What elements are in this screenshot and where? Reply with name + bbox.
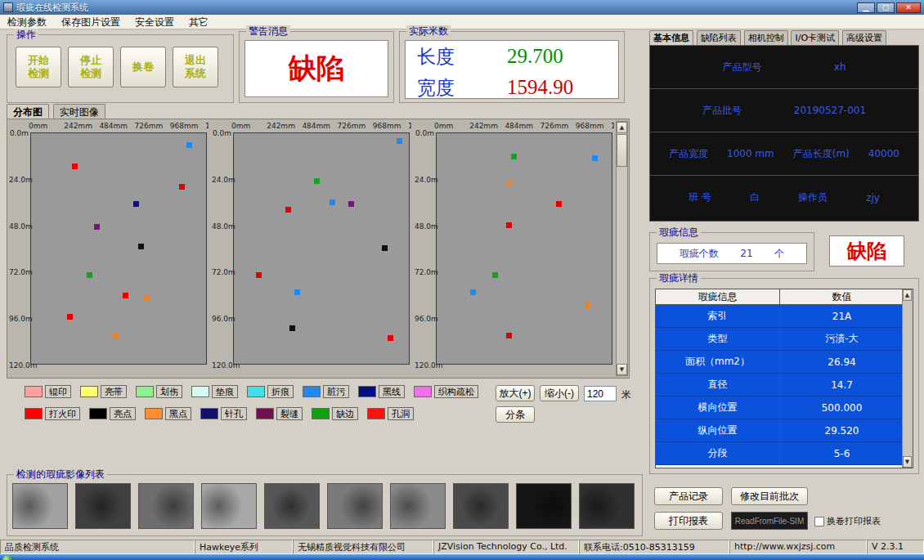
tab-basic-info[interactable]: 基本信息: [649, 30, 693, 45]
defect-point[interactable]: [289, 325, 295, 331]
defect-point[interactable]: [330, 199, 335, 205]
defect-point[interactable]: [382, 245, 388, 251]
legend-color-swatch: [25, 408, 43, 419]
defect-point[interactable]: [138, 244, 144, 249]
defect-point[interactable]: [294, 289, 300, 295]
minimize-button[interactable]: ▁: [857, 2, 875, 13]
defect-thumbnail[interactable]: [138, 483, 194, 529]
table-row[interactable]: 分段5-6: [656, 442, 913, 465]
scroll-up-icon[interactable]: ▲: [617, 122, 627, 133]
defect-point[interactable]: [94, 224, 100, 230]
defect-point[interactable]: [144, 295, 150, 301]
defect-point[interactable]: [511, 154, 517, 159]
scroll-down-icon[interactable]: ▼: [903, 456, 912, 468]
defect-thumbnail[interactable]: [264, 483, 320, 529]
reprint-checkbox[interactable]: [814, 517, 824, 526]
table-row[interactable]: 面积（mm2）26.94: [656, 351, 913, 374]
legend-item: 黑线: [358, 385, 405, 398]
tab-io-card-test[interactable]: I/O卡测试: [791, 30, 839, 45]
scroll-down-icon[interactable]: ▼: [617, 364, 627, 375]
maximize-button[interactable]: ▢: [877, 2, 895, 13]
defect-point[interactable]: [556, 201, 562, 207]
defect-point[interactable]: [592, 155, 598, 161]
table-row[interactable]: 索引21A: [656, 305, 913, 328]
table-scrollbar[interactable]: ▲ ▼: [902, 289, 913, 468]
distribution-chart-area: 0mm242mm484mm726mm968mm1210mm 0.0m24.0m4…: [7, 119, 630, 379]
defect-point[interactable]: [186, 142, 192, 148]
defect-thumbnail[interactable]: [201, 483, 257, 529]
defect-point[interactable]: [585, 302, 590, 308]
table-row[interactable]: 直径14.7: [656, 374, 913, 396]
defect-point[interactable]: [470, 289, 476, 295]
defect-point[interactable]: [506, 333, 512, 338]
defect-thumbnail[interactable]: [327, 483, 383, 529]
defect-point[interactable]: [87, 272, 92, 278]
start-orb-icon[interactable]: [2, 555, 12, 560]
table-row[interactable]: 类型污渍-大: [656, 328, 913, 351]
product-record-button[interactable]: 产品记录: [654, 487, 723, 505]
defect-point[interactable]: [492, 272, 498, 278]
read-from-file-button[interactable]: ReadFromFile-SIM: [731, 512, 808, 530]
defect-point[interactable]: [285, 207, 291, 213]
defect-thumbnail[interactable]: [453, 483, 509, 529]
defect-point[interactable]: [348, 201, 354, 207]
print-report-button[interactable]: 打印报表: [654, 512, 723, 530]
defect-point[interactable]: [123, 293, 128, 298]
tab-camera-control[interactable]: 相机控制: [744, 30, 788, 45]
windows-taskbar[interactable]: [0, 554, 924, 560]
table-row[interactable]: 横向位置500.000: [656, 396, 913, 419]
defect-thumbnail[interactable]: [579, 483, 635, 529]
defect-point[interactable]: [133, 201, 139, 207]
defect-thumbnail[interactable]: [516, 483, 572, 529]
legend-item: 织构疏松: [414, 385, 478, 398]
status-website: http://www.wxjzsj.com: [729, 540, 867, 554]
defect-scatter-plot[interactable]: [30, 132, 207, 365]
defect-point[interactable]: [314, 178, 320, 184]
defect-point[interactable]: [256, 272, 262, 278]
chart-vertical-scrollbar[interactable]: ▲ ▼: [616, 121, 628, 376]
defect-thumbnail[interactable]: [390, 483, 446, 529]
tab-advanced-settings[interactable]: 高级设置: [842, 30, 886, 45]
defect-point[interactable]: [72, 164, 78, 169]
meter-range-input[interactable]: [584, 386, 617, 401]
zoom-in-button[interactable]: 放大(+): [496, 385, 535, 401]
menu-others[interactable]: 其它: [182, 15, 216, 29]
legend-color-swatch: [312, 408, 330, 419]
table-cell-value: 5-6: [780, 442, 904, 464]
menu-save-image-settings[interactable]: 保存图片设置: [54, 15, 128, 29]
zoom-out-button[interactable]: 缩小(-): [540, 385, 579, 401]
tab-defect-list[interactable]: 缺陷列表: [697, 30, 741, 45]
start-detection-button[interactable]: 开始 检测: [16, 47, 61, 87]
scroll-thumb[interactable]: [617, 134, 627, 167]
stop-detection-button[interactable]: 停止 检测: [68, 47, 114, 87]
menu-detection-params[interactable]: 检测参数: [0, 15, 54, 29]
defect-point[interactable]: [397, 138, 402, 144]
legend-item: 脏污: [303, 385, 349, 398]
status-bar: 品质检测系统 Hawkeye系列 无锡精质视觉科技有限公司 JZVision T…: [0, 540, 924, 554]
modify-batch-button[interactable]: 修改目前批次: [731, 487, 808, 505]
tab-distribution-map[interactable]: 分布图: [7, 104, 49, 120]
width-label: 宽度: [417, 75, 474, 101]
exit-system-button[interactable]: 退出 系统: [173, 47, 218, 87]
defect-thumbnail[interactable]: [12, 483, 68, 529]
legend-color-swatch: [256, 408, 274, 419]
defect-point[interactable]: [113, 333, 119, 338]
x-axis-tick-label: 0mm: [434, 122, 453, 130]
defect-point[interactable]: [506, 181, 512, 186]
defect-scatter-plot[interactable]: [436, 132, 612, 365]
y-axis-tick-label: 120.0m: [9, 361, 29, 370]
close-button[interactable]: ✕: [896, 2, 921, 13]
defect-thumbnail[interactable]: [75, 483, 131, 529]
table-row[interactable]: 纵向位置29.520: [656, 419, 913, 442]
split-strip-button[interactable]: 分条: [496, 406, 535, 423]
tab-realtime-image[interactable]: 实时图像: [53, 104, 105, 120]
defect-point[interactable]: [179, 184, 185, 190]
defect-point[interactable]: [67, 314, 73, 320]
scroll-up-icon[interactable]: ▲: [903, 289, 912, 301]
defect-point[interactable]: [388, 335, 393, 341]
menu-security-settings[interactable]: 安全设置: [128, 15, 182, 29]
defect-scatter-plot[interactable]: [233, 132, 410, 365]
change-roll-button[interactable]: 换卷: [120, 47, 166, 87]
reprint-checkbox-wrap: 换卷打印报表: [814, 515, 881, 527]
defect-point[interactable]: [506, 222, 512, 228]
